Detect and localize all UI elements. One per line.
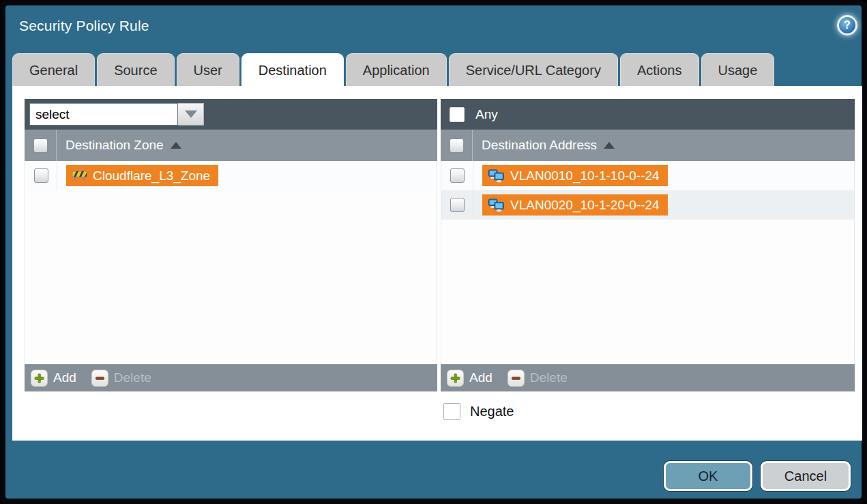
zone-add-button[interactable]: Add [31,370,76,387]
zone-add-label: Add [53,370,76,385]
address-column-header: Destination Address [441,130,855,161]
dialog-title: Security Policy Rule [19,18,149,34]
zone-icon [72,170,87,181]
address-select-all-checkbox[interactable] [450,138,464,153]
zone-list: Cloudflare_L3_Zone [25,161,437,364]
tab-source[interactable]: Source [97,53,174,86]
zone-select-dropdown-button[interactable] [178,103,204,125]
address-item-label: VLAN0010_10-1-10-0--24 [510,168,660,183]
zone-delete-button[interactable]: Delete [91,370,151,387]
network-icon [488,198,505,212]
address-delete-label: Delete [530,370,568,385]
minus-icon [508,370,525,387]
negate-option: Negate [443,403,514,420]
address-row-checkbox[interactable] [450,168,465,183]
tab-actions[interactable]: Actions [620,53,699,86]
zone-column-header-label[interactable]: Destination Zone [65,138,181,153]
destination-tab-content: Destination Zone [12,86,862,441]
address-add-label: Add [469,370,493,385]
tab-destination[interactable]: Destination [241,53,344,86]
screen: Security Policy Rule ? General Source Us… [0,0,867,504]
address-column-header-label[interactable]: Destination Address [482,138,615,153]
zone-delete-label: Delete [114,370,151,385]
table-row[interactable]: Cloudflare_L3_Zone [25,161,437,190]
zone-select-combobox [29,103,204,125]
ok-button[interactable]: OK [664,461,752,491]
table-row[interactable]: VLAN0020_10-1-20-0--24 [441,190,854,220]
address-item[interactable]: VLAN0020_10-1-20-0--24 [482,194,668,216]
zone-item-label: Cloudflare_L3_Zone [93,168,210,183]
zone-item[interactable]: Cloudflare_L3_Zone [66,165,218,186]
negate-label: Negate [470,404,514,419]
network-icon [488,169,505,183]
any-bar: Any [441,99,855,130]
address-item[interactable]: VLAN0010_10-1-10-0--24 [482,165,668,186]
address-list: VLAN0010_10-1-10-0--24 [441,161,855,364]
plus-icon [447,370,464,387]
cancel-button[interactable]: Cancel [761,461,851,491]
tab-service-url-category[interactable]: Service/URL Category [449,53,618,86]
table-row[interactable]: VLAN0010_10-1-10-0--24 [441,161,854,190]
address-row-checkbox[interactable] [450,198,465,212]
address-footer: Add Delete [441,364,855,391]
tab-application[interactable]: Application [346,53,447,86]
address-delete-button[interactable]: Delete [508,370,568,387]
zone-row-checkbox[interactable] [34,168,48,183]
zone-select-input[interactable] [29,103,178,125]
tab-bar: General Source User Destination Applicat… [12,53,774,86]
chevron-down-icon [185,110,197,118]
zone-select-bar [25,99,437,130]
destination-address-panel: Any Destination Address [441,99,855,391]
sort-ascending-icon [604,142,615,149]
minus-icon [91,370,108,387]
address-item-label: VLAN0020_10-1-20-0--24 [510,198,660,213]
any-checkbox[interactable] [450,107,465,122]
plus-icon [31,370,48,387]
destination-zone-panel: Destination Zone [25,99,437,391]
sort-ascending-icon [171,142,181,149]
zone-footer: Add Delete [25,364,437,391]
tab-user[interactable]: User [177,53,239,86]
negate-checkbox[interactable] [443,403,460,420]
help-icon[interactable]: ? [837,15,857,35]
tab-general[interactable]: General [12,53,95,86]
tab-usage[interactable]: Usage [701,53,775,86]
any-label: Any [475,107,498,122]
address-add-button[interactable]: Add [447,370,493,387]
security-policy-rule-dialog: Security Policy Rule ? General Source Us… [5,5,862,499]
zone-column-header: Destination Zone [25,130,437,161]
zone-select-all-checkbox[interactable] [33,138,48,153]
